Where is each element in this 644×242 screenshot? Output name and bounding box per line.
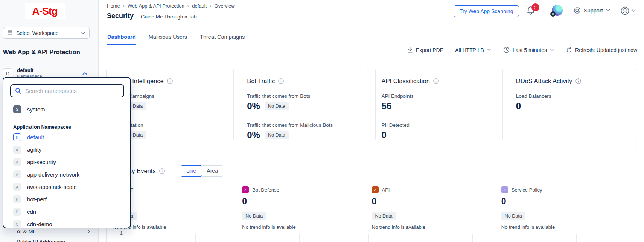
legend-checkbox[interactable]: ✓ bbox=[372, 186, 379, 193]
no-data-badge: No Data bbox=[372, 212, 396, 220]
legend-note: No trend info is available bbox=[372, 224, 501, 230]
chevron-down-icon bbox=[632, 9, 636, 12]
legend-value: 0 bbox=[113, 196, 242, 207]
breadcrumb-waap[interactable]: Web App & API Protection bbox=[128, 3, 184, 9]
namespace-item-api-security[interactable]: A api-security bbox=[10, 156, 125, 168]
legend-value: 0 bbox=[372, 196, 501, 207]
namespace-item-bot-perf[interactable]: B bot-perf bbox=[10, 193, 125, 205]
namespace-initial-badge: S bbox=[13, 105, 21, 113]
legend-checkbox[interactable]: ✓ bbox=[501, 186, 508, 193]
assistant-orb-icon[interactable]: 8 bbox=[552, 5, 563, 16]
dashboard-toolbar: Export PDF All HTTP LB Last 5 minutes Re… bbox=[407, 47, 637, 53]
no-data-badge: No Data bbox=[242, 212, 266, 220]
brand-logo-text: A-Stg bbox=[32, 6, 58, 17]
legend-note: No trend info is available bbox=[501, 224, 631, 230]
namespace-item-system[interactable]: S system bbox=[10, 103, 123, 115]
namespace-search-box bbox=[10, 84, 124, 97]
breadcrumb-home[interactable]: Home bbox=[107, 3, 120, 9]
legend-label: Service Policy bbox=[512, 187, 542, 193]
breadcrumb-overview: Overview bbox=[215, 3, 235, 9]
namespace-item-agility[interactable]: A agility bbox=[10, 143, 125, 156]
namespace-item-label: agility bbox=[27, 146, 41, 153]
info-icon[interactable] bbox=[167, 78, 173, 84]
namespace-initial-badge: A bbox=[13, 146, 21, 154]
namespace-name: default bbox=[17, 67, 42, 74]
sidebar-item-public-ip-addresses[interactable]: Public IP Addresses bbox=[0, 236, 99, 242]
card-title: API Classification bbox=[382, 78, 430, 85]
namespace-item-default[interactable]: D default bbox=[10, 131, 125, 143]
support-label: Support bbox=[584, 8, 603, 14]
no-data-badge: No Data bbox=[265, 131, 289, 139]
toggle-area-button[interactable]: Area bbox=[202, 165, 223, 177]
export-pdf-label: Export PDF bbox=[416, 47, 443, 53]
metric-value: 0 bbox=[382, 130, 387, 140]
chart-plot-area bbox=[126, 234, 631, 242]
namespace-item-label: system bbox=[27, 106, 45, 113]
security-events-section: Security Events Line Area ✓ WAF 0 No Dat… bbox=[106, 151, 637, 242]
sidebar-item-label: AI & ML bbox=[17, 228, 36, 234]
lb-filter-label: All HTTP LB bbox=[455, 47, 484, 53]
select-workspace-button[interactable]: Select Workspace bbox=[3, 27, 90, 39]
legend-value: 0 bbox=[501, 196, 631, 207]
refresh-icon bbox=[566, 47, 572, 53]
namespace-dropdown-panel: S system Application Namespaces D defaul… bbox=[3, 77, 131, 228]
time-range-label: Last 5 minutes bbox=[513, 47, 547, 53]
application-namespaces-header: Application Namespaces bbox=[13, 124, 71, 130]
chevron-up-icon bbox=[82, 72, 87, 75]
support-menu[interactable]: Support bbox=[574, 7, 610, 14]
breadcrumb-separator: › bbox=[210, 3, 211, 9]
info-icon[interactable] bbox=[433, 78, 439, 84]
export-pdf-button[interactable]: Export PDF bbox=[407, 47, 443, 53]
namespace-initial-badge: A bbox=[13, 158, 21, 166]
tab-threat-campaigns[interactable]: Threat Campaigns bbox=[200, 34, 245, 45]
notifications-button[interactable]: 2 bbox=[526, 6, 539, 17]
namespace-initial-badge: D bbox=[13, 133, 21, 141]
security-events-legend: ✓ WAF 0 No Data No trend info is availab… bbox=[113, 186, 631, 230]
namespace-item-label: api-security bbox=[27, 159, 56, 165]
header-divider-vertical bbox=[545, 6, 545, 15]
tab-malicious-users[interactable]: Malicious Users bbox=[149, 34, 187, 45]
refresh-button[interactable]: Refresh: Updated just now bbox=[566, 47, 637, 53]
namespace-search-input[interactable] bbox=[25, 88, 119, 94]
info-icon[interactable] bbox=[159, 168, 165, 174]
card-ddos-attack-activity: DDoS Attack Activity Load Balancers 0 bbox=[510, 69, 637, 140]
legend-item-api: ✓ API 0 No Data No trend info is availab… bbox=[372, 186, 501, 230]
namespace-item-cdn-demo[interactable]: C cdn-demo bbox=[10, 218, 125, 228]
assistant-orb-badge: 8 bbox=[550, 11, 556, 17]
guide-me-link[interactable]: Guide Me Through a Tab bbox=[141, 14, 197, 20]
user-icon bbox=[620, 6, 630, 15]
chevron-right-icon bbox=[87, 229, 90, 234]
refresh-label: Refresh: Updated just now bbox=[575, 47, 637, 53]
page-title: Security bbox=[107, 12, 134, 20]
account-menu[interactable] bbox=[620, 6, 636, 15]
chevron-down-icon bbox=[487, 49, 491, 51]
metric-label: Load Balancers bbox=[516, 93, 631, 99]
brand-logo[interactable]: A-Stg bbox=[25, 3, 65, 19]
app-root: A-Stg Select Workspace Web App & API Pro… bbox=[0, 0, 644, 242]
metric-value: 0 bbox=[516, 101, 521, 111]
namespace-item-aws-appstack-scale[interactable]: A aws-appstack-scale bbox=[10, 181, 125, 193]
toggle-line-button[interactable]: Line bbox=[181, 165, 202, 177]
select-workspace-label: Select Workspace bbox=[16, 30, 59, 36]
namespace-item-app-delivery-network[interactable]: A app-delivery-network bbox=[10, 168, 125, 181]
product-heading: Web App & API Protection bbox=[3, 49, 80, 56]
namespace-item-cdn[interactable]: C cdn bbox=[10, 205, 125, 218]
legend-note: No trend info is available bbox=[113, 224, 242, 230]
lb-filter-dropdown[interactable]: All HTTP LB bbox=[455, 47, 491, 53]
namespace-initial-badge: C bbox=[13, 220, 21, 228]
metric-value: 0% bbox=[247, 130, 260, 140]
breadcrumb: Home › Web App & API Protection › defaul… bbox=[107, 3, 235, 9]
dropdown-divider bbox=[10, 120, 123, 120]
try-web-app-scanning-button[interactable]: Try Web App Scanning bbox=[454, 5, 519, 17]
metric-label: API Endpoints bbox=[382, 93, 496, 99]
info-icon[interactable] bbox=[278, 78, 284, 84]
breadcrumb-separator: › bbox=[123, 3, 125, 9]
time-range-dropdown[interactable]: Last 5 minutes bbox=[503, 47, 554, 53]
breadcrumb-default[interactable]: default bbox=[192, 3, 207, 9]
legend-checkbox[interactable]: ✓ bbox=[242, 186, 249, 193]
download-icon bbox=[407, 47, 413, 53]
namespace-item-label: aws-appstack-scale bbox=[27, 184, 77, 190]
tab-dashboard[interactable]: Dashboard bbox=[107, 34, 136, 45]
metric-label: Traffic that comes from Bots bbox=[247, 93, 362, 99]
info-icon[interactable] bbox=[575, 78, 581, 84]
